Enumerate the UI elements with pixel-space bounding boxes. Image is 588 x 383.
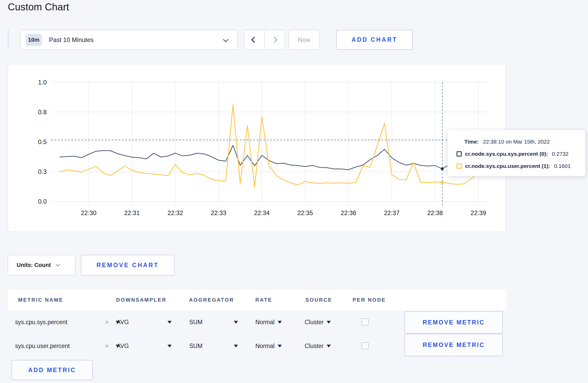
rate-select[interactable]: Normal xyxy=(255,334,282,358)
dropdown-caret-icon xyxy=(167,321,172,324)
aggregator-select[interactable]: SUM xyxy=(189,310,238,334)
tooltip-series-value: 0.2732 xyxy=(552,151,569,157)
svg-text:22:31: 22:31 xyxy=(124,209,140,216)
chart-panel: 0.00.30.50.81.022:3022:3122:3222:3322:34… xyxy=(8,64,506,232)
tooltip-time-label: Time: xyxy=(464,139,479,145)
col-header-rate: RATE xyxy=(255,290,272,310)
chevron-right-icon xyxy=(271,37,277,43)
dropdown-caret-icon xyxy=(234,345,238,347)
svg-text:22:39: 22:39 xyxy=(471,209,486,216)
tooltip-time-value: 22:38:10 on Mar 15th, 2022 xyxy=(483,139,550,145)
col-header-metric-name: METRIC NAME xyxy=(18,290,63,310)
time-nav-arrows xyxy=(244,30,285,50)
svg-text:0.3: 0.3 xyxy=(38,168,47,175)
tooltip-series-name: cr.node.sys.cpu.sys.percent (0): xyxy=(465,151,548,157)
aggregator-value: SUM xyxy=(189,319,202,326)
per-node-checkbox[interactable] xyxy=(362,342,369,349)
add-metric-button[interactable]: ADD METRIC xyxy=(11,360,93,380)
source-select[interactable]: Cluster xyxy=(305,310,331,334)
col-header-source: SOURCE xyxy=(305,290,332,310)
units-label: Units: Count xyxy=(17,262,51,268)
col-header-downsampler: DOWNSAMPLER xyxy=(116,290,166,310)
dropdown-caret-icon xyxy=(278,345,282,347)
series-swatch-sys xyxy=(457,151,462,157)
page-title: Custom Chart xyxy=(8,2,69,13)
time-range-label: Past 10 Minutes xyxy=(49,36,94,44)
timeseries-chart[interactable]: 0.00.30.50.81.022:3022:3122:3222:3322:34… xyxy=(8,64,506,231)
chart-tooltip: Time: 22:38:10 on Mar 15th, 2022 cr.node… xyxy=(447,130,585,176)
source-value: Cluster xyxy=(305,319,324,326)
tooltip-series-name: cr.node.sys.cpu.user.percent (1): xyxy=(465,163,550,169)
clear-metric-icon[interactable]: × xyxy=(105,319,109,325)
chevron-down-icon xyxy=(223,37,228,42)
col-header-aggregator: AGGREGATOR xyxy=(189,290,234,310)
series-swatch-user xyxy=(457,164,462,169)
per-node-checkbox[interactable] xyxy=(362,318,369,325)
svg-text:22:36: 22:36 xyxy=(341,209,356,216)
downsampler-value: AVG xyxy=(117,319,129,326)
svg-text:22:35: 22:35 xyxy=(297,209,313,216)
svg-text:1.0: 1.0 xyxy=(38,79,47,86)
clear-metric-icon[interactable]: × xyxy=(105,343,109,349)
downsampler-select[interactable]: AVG xyxy=(117,310,172,334)
add-chart-button[interactable]: ADD CHART xyxy=(336,30,413,50)
dropdown-caret-icon xyxy=(278,321,282,324)
dropdown-caret-icon xyxy=(327,345,331,347)
svg-text:22:38: 22:38 xyxy=(427,209,443,216)
rate-select[interactable]: Normal xyxy=(255,310,282,334)
time-range-select[interactable]: 10m Past 10 Minutes xyxy=(20,30,237,50)
aggregator-select[interactable]: SUM xyxy=(189,334,238,358)
svg-text:0.5: 0.5 xyxy=(38,138,47,145)
custom-chart-page: Custom Chart 10m Past 10 Minutes Now ADD… xyxy=(0,0,588,383)
svg-text:22:34: 22:34 xyxy=(254,209,270,216)
remove-metric-button[interactable]: REMOVE METRIC xyxy=(404,311,503,334)
metrics-table-header: METRIC NAME DOWNSAMPLER AGGREGATOR RATE … xyxy=(8,290,506,310)
col-header-per-node: PER NODE xyxy=(353,290,386,310)
svg-text:22:37: 22:37 xyxy=(384,209,400,216)
rate-value: Normal xyxy=(255,343,275,350)
source-select[interactable]: Cluster xyxy=(305,334,331,358)
next-time-button[interactable] xyxy=(264,30,284,49)
tooltip-series-value: 0.1601 xyxy=(554,163,571,169)
chevron-down-icon xyxy=(56,262,60,266)
remove-chart-button[interactable]: REMOVE CHART xyxy=(81,255,174,275)
metric-name-value: sys.cpu.sys.percent xyxy=(15,319,67,326)
prev-time-button[interactable] xyxy=(244,30,264,49)
svg-text:0.0: 0.0 xyxy=(38,198,47,205)
svg-text:22:30: 22:30 xyxy=(81,209,96,216)
chevron-left-icon xyxy=(251,37,257,43)
svg-text:22:33: 22:33 xyxy=(211,209,226,216)
svg-text:0.8: 0.8 xyxy=(38,109,47,116)
source-value: Cluster xyxy=(305,343,324,350)
downsampler-select[interactable]: AVG xyxy=(117,334,172,358)
dropdown-caret-icon xyxy=(167,345,172,347)
rate-value: Normal xyxy=(255,319,275,326)
dropdown-caret-icon xyxy=(234,321,238,324)
svg-text:22:32: 22:32 xyxy=(167,209,183,216)
toolbar-left-divider xyxy=(8,30,9,50)
metric-name-value: sys.cpu.user.percent xyxy=(15,343,70,350)
now-button[interactable]: Now xyxy=(289,30,320,50)
dropdown-caret-icon xyxy=(327,321,331,324)
aggregator-value: SUM xyxy=(189,343,202,350)
remove-metric-button[interactable]: REMOVE METRIC xyxy=(404,334,503,356)
time-range-badge: 10m xyxy=(26,34,42,46)
units-select[interactable]: Units: Count xyxy=(8,255,75,275)
downsampler-value: AVG xyxy=(117,343,129,350)
